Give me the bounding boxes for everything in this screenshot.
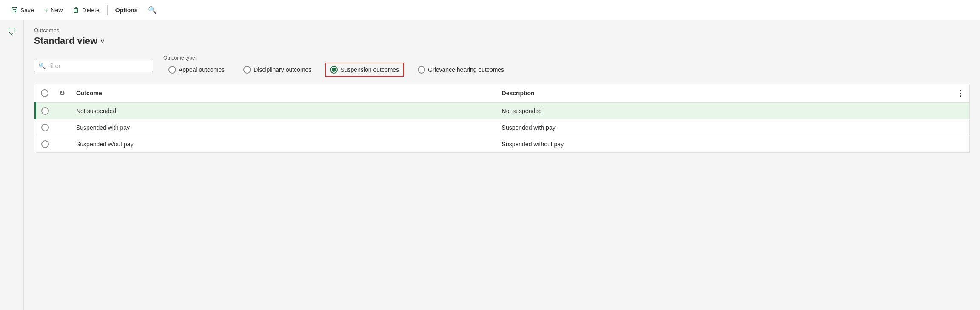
- row-checkbox[interactable]: [41, 140, 49, 148]
- new-label: New: [51, 7, 63, 14]
- main-area: ⛉ Outcomes Standard view ∨ 🔍 Outcome typ…: [0, 20, 980, 310]
- content-area: Outcomes Standard view ∨ 🔍 Outcome type …: [24, 20, 980, 310]
- row-checkbox[interactable]: [41, 107, 49, 115]
- row-checkbox-cell: [35, 119, 54, 136]
- row-description: Suspended with pay: [497, 119, 952, 136]
- row-outcome: Not suspended: [71, 102, 497, 119]
- radio-item-suspension[interactable]: Suspension outcomes: [325, 63, 404, 77]
- radio-circle-disciplinary: [243, 66, 251, 74]
- column-more-icon[interactable]: ⋮: [957, 88, 964, 98]
- row-checkbox[interactable]: [41, 124, 49, 131]
- radio-item-disciplinary[interactable]: Disciplinary outcomes: [238, 63, 316, 77]
- toolbar: 🖫 Save + New 🗑 Delete Options 🔍: [0, 0, 980, 20]
- col-description: Description: [497, 84, 952, 102]
- filter-icon[interactable]: ⛉: [8, 27, 16, 37]
- delete-label: Delete: [82, 7, 99, 14]
- table-row[interactable]: Suspended w/out paySuspended without pay: [35, 136, 969, 153]
- outcome-type-group: Outcome type Appeal outcomesDisciplinary…: [163, 55, 509, 77]
- header-checkbox[interactable]: [41, 89, 48, 97]
- radio-item-grievance[interactable]: Grievance hearing outcomes: [413, 63, 509, 77]
- row-actions-cell: [952, 102, 969, 119]
- radio-circle-grievance: [418, 66, 425, 74]
- breadcrumb: Outcomes: [34, 27, 970, 34]
- col-refresh: ↻: [54, 84, 71, 102]
- filter-row: 🔍 Outcome type Appeal outcomesDisciplina…: [34, 55, 970, 77]
- toolbar-search-icon: 🔍: [148, 6, 157, 14]
- col-outcome: Outcome: [71, 84, 497, 102]
- delete-icon: 🗑: [73, 6, 80, 14]
- col-more: ⋮: [952, 84, 969, 102]
- save-button[interactable]: 🖫 Save: [7, 4, 38, 17]
- row-outcome: Suspended w/out pay: [71, 136, 497, 153]
- radio-group: Appeal outcomesDisciplinary outcomesSusp…: [163, 63, 509, 77]
- outcomes-table: ↻ Outcome Description ⋮ Not suspendedNot…: [34, 84, 969, 153]
- refresh-icon[interactable]: ↻: [59, 90, 65, 97]
- col-checkbox: [35, 84, 54, 102]
- row-refresh-cell: [54, 102, 71, 119]
- view-title-text: Standard view: [34, 35, 97, 46]
- row-outcome: Suspended with pay: [71, 119, 497, 136]
- row-description: Suspended without pay: [497, 136, 952, 153]
- filter-input[interactable]: [34, 60, 153, 72]
- row-refresh-cell: [54, 136, 71, 153]
- row-checkbox-cell: [35, 102, 54, 119]
- row-actions-cell: [952, 136, 969, 153]
- table-wrap: ↻ Outcome Description ⋮ Not suspendedNot…: [34, 84, 970, 153]
- toolbar-divider: [107, 5, 108, 15]
- filter-search-icon: 🔍: [38, 63, 46, 69]
- chevron-down-icon: ∨: [100, 37, 105, 45]
- new-plus-icon: +: [44, 6, 48, 14]
- row-refresh-cell: [54, 119, 71, 136]
- row-checkbox-cell: [35, 136, 54, 153]
- delete-button[interactable]: 🗑 Delete: [68, 4, 103, 17]
- save-icon: 🖫: [11, 6, 18, 14]
- table-row[interactable]: Not suspendedNot suspended: [35, 102, 969, 119]
- radio-label-grievance: Grievance hearing outcomes: [428, 66, 504, 73]
- radio-label-suspension: Suspension outcomes: [340, 66, 399, 73]
- sidebar-strip: ⛉: [0, 20, 24, 310]
- radio-item-appeal[interactable]: Appeal outcomes: [163, 63, 230, 77]
- radio-label-appeal: Appeal outcomes: [179, 66, 225, 73]
- row-actions-cell: [952, 119, 969, 136]
- radio-circle-suspension: [330, 66, 338, 74]
- table-row[interactable]: Suspended with paySuspended with pay: [35, 119, 969, 136]
- radio-label-disciplinary: Disciplinary outcomes: [254, 66, 311, 73]
- toolbar-search-button[interactable]: 🔍: [144, 3, 161, 17]
- filter-input-wrap: 🔍: [34, 60, 153, 72]
- table-header-row: ↻ Outcome Description ⋮: [35, 84, 969, 102]
- view-title[interactable]: Standard view ∨: [34, 35, 970, 46]
- row-description: Not suspended: [497, 102, 952, 119]
- options-button[interactable]: Options: [111, 4, 142, 16]
- radio-circle-appeal: [168, 66, 176, 74]
- new-button[interactable]: + New: [40, 4, 67, 17]
- outcome-type-label: Outcome type: [163, 55, 509, 61]
- options-label: Options: [115, 7, 138, 14]
- save-label: Save: [20, 7, 34, 14]
